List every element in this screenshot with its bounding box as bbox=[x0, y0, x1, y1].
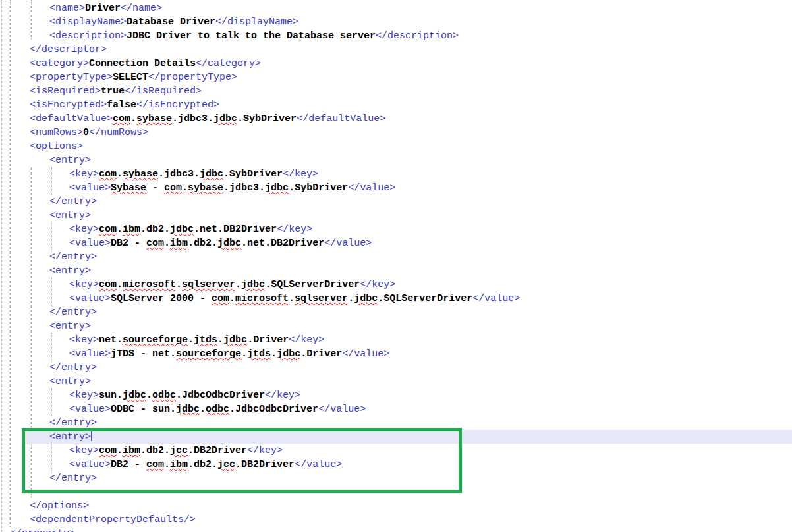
xml-tag: </entry> bbox=[49, 362, 97, 373]
misspelled-word: com bbox=[99, 169, 117, 180]
code-line[interactable]: <entry> bbox=[0, 430, 792, 444]
xml-tag: </key> bbox=[360, 279, 395, 290]
code-line[interactable]: <name>Driver</name> bbox=[0, 1, 792, 15]
code-line[interactable]: <dependentPropertyDefaults/> bbox=[0, 513, 792, 527]
xml-text: . bbox=[200, 404, 206, 415]
xml-text: Database Driver bbox=[127, 16, 215, 28]
code-line[interactable]: <key>sun.jdbc.odbc.JdbcOdbcDriver</key> bbox=[0, 388, 792, 402]
xml-tag: <entry> bbox=[49, 431, 91, 442]
code-line[interactable]: <entry> bbox=[0, 264, 792, 278]
xml-text: .db2. bbox=[140, 445, 170, 456]
xml-tag: </entry> bbox=[49, 473, 97, 484]
xml-text: . bbox=[182, 182, 188, 194]
misspelled-word: microsoft bbox=[235, 293, 289, 304]
code-line[interactable]: <value>Sybase - com.sybase.jdbc3.jdbc.Sy… bbox=[0, 181, 792, 195]
code-line[interactable]: </entry> bbox=[0, 250, 792, 264]
code-line[interactable]: <category>Connection Details</category> bbox=[0, 57, 792, 70]
misspelled-word: sybase bbox=[188, 182, 223, 194]
xml-text: . bbox=[146, 390, 152, 401]
misspelled-word: com bbox=[99, 224, 117, 235]
xml-editor[interactable]: <name>Driver</name><displayName>Database… bbox=[0, 0, 792, 532]
xml-tag: </key> bbox=[277, 224, 312, 235]
code-line[interactable]: </entry> bbox=[0, 416, 792, 430]
code-line[interactable] bbox=[0, 485, 792, 499]
code-line[interactable]: <key>net.sourceforge.jtds.jdbc.Driver</k… bbox=[0, 333, 792, 347]
misspelled-word: microsoft bbox=[123, 279, 176, 290]
code-line[interactable]: </entry> bbox=[0, 306, 792, 319]
xml-tag: </descriptor> bbox=[30, 44, 107, 55]
xml-text: .Driver bbox=[247, 334, 289, 346]
xml-tag: <key> bbox=[69, 224, 99, 235]
xml-tag: <key> bbox=[69, 445, 99, 456]
xml-tag: </displayName> bbox=[215, 16, 298, 28]
misspelled-word: sybase bbox=[123, 169, 158, 180]
code-line[interactable]: <value>DB2 - com.ibm.db2.jdbc.net.DB2Dri… bbox=[0, 236, 792, 250]
xml-tag: </entry> bbox=[49, 196, 97, 207]
xml-text: . bbox=[164, 459, 170, 470]
xml-tag: <value> bbox=[69, 459, 111, 470]
code-line[interactable]: <options> bbox=[0, 140, 792, 153]
xml-text: . bbox=[176, 279, 182, 290]
xml-tag: </key> bbox=[283, 169, 318, 180]
misspelled-word: sybase bbox=[136, 113, 172, 124]
xml-tag: <key> bbox=[69, 169, 99, 180]
code-line[interactable]: <value>SQLServer 2000 - com.microsoft.sq… bbox=[0, 292, 792, 306]
code-line[interactable]: <value>jTDS - net.sourceforge.jtds.jdbc.… bbox=[0, 347, 792, 361]
misspelled-word: com bbox=[212, 293, 229, 304]
code-area[interactable]: <name>Driver</name><displayName>Database… bbox=[0, 1, 792, 532]
code-line[interactable]: <defaultValue>com.sybase.jdbc3.jdbc.SybD… bbox=[0, 112, 792, 126]
code-line[interactable]: <entry> bbox=[0, 153, 792, 167]
xml-tag: </name> bbox=[121, 3, 162, 14]
xml-text: JDBC Driver to talk to the Database serv… bbox=[127, 30, 376, 41]
code-line[interactable]: <entry> bbox=[0, 375, 792, 388]
misspelled-word: jdbc bbox=[200, 169, 223, 180]
code-line[interactable]: <isRequired>true</isRequired> bbox=[0, 84, 792, 98]
xml-tag: </key> bbox=[265, 390, 300, 401]
text-cursor bbox=[91, 431, 92, 441]
code-line[interactable]: </options> bbox=[0, 499, 792, 513]
xml-tag: <entry> bbox=[49, 155, 91, 166]
code-line[interactable]: <key>com.ibm.db2.jdbc.net.DB2Driver</key… bbox=[0, 223, 792, 236]
xml-tag: </property> bbox=[10, 528, 75, 532]
code-line[interactable]: <entry> bbox=[0, 319, 792, 333]
code-line[interactable]: <entry> bbox=[0, 209, 792, 223]
code-line[interactable]: </descriptor> bbox=[0, 43, 792, 57]
xml-text: .SQLServerDriver bbox=[378, 293, 472, 304]
xml-tag: <value> bbox=[69, 238, 111, 249]
xml-text: true bbox=[101, 86, 125, 97]
code-line[interactable]: <key>com.sybase.jdbc3.jdbc.SybDriver</ke… bbox=[0, 167, 792, 181]
misspelled-word: com bbox=[113, 113, 130, 124]
code-line[interactable]: <key>com.microsoft.sqlserver.jdbc.SQLSer… bbox=[0, 278, 792, 292]
misspelled-word: ibm bbox=[170, 238, 188, 249]
xml-tag: </entry> bbox=[49, 417, 97, 429]
xml-tag: </value> bbox=[342, 348, 389, 359]
xml-tag: <key> bbox=[69, 334, 99, 346]
code-line[interactable]: </property> bbox=[0, 527, 792, 532]
xml-tag: </propertyType> bbox=[148, 72, 237, 83]
code-line[interactable]: </entry> bbox=[0, 195, 792, 209]
xml-tag: <numRows> bbox=[30, 127, 83, 138]
xml-text: . bbox=[117, 169, 123, 180]
xml-text: net. bbox=[99, 334, 123, 346]
xml-text: . bbox=[271, 348, 277, 359]
xml-text: - bbox=[146, 182, 164, 194]
code-line[interactable]: <numRows>0</numRows> bbox=[0, 126, 792, 140]
code-line[interactable]: <propertyType>SELECT</propertyType> bbox=[0, 70, 792, 84]
code-line[interactable]: <isEncrypted>false</isEncrypted> bbox=[0, 98, 792, 112]
misspelled-word: jcc bbox=[217, 459, 235, 470]
xml-tag: <value> bbox=[69, 293, 111, 304]
code-line[interactable]: <key>com.ibm.db2.jcc.DB2Driver</key> bbox=[0, 444, 792, 458]
code-line[interactable]: </entry> bbox=[0, 361, 792, 375]
misspelled-word: com bbox=[146, 238, 164, 249]
code-line[interactable]: <description>JDBC Driver to talk to the … bbox=[0, 29, 792, 43]
code-line[interactable]: <value>ODBC - sun.jdbc.odbc.JdbcOdbcDriv… bbox=[0, 402, 792, 416]
xml-text: .SQLServerDriver bbox=[265, 279, 360, 290]
xml-tag: <key> bbox=[69, 390, 99, 401]
code-line[interactable]: <value>DB2 - com.ibm.db2.jcc.DB2Driver</… bbox=[0, 458, 792, 471]
misspelled-word: sqlserver bbox=[182, 279, 235, 290]
code-line[interactable]: <displayName>Database Driver</displayNam… bbox=[0, 15, 792, 29]
xml-tag: </value> bbox=[324, 238, 372, 249]
xml-tag: </defaultValue> bbox=[297, 113, 385, 124]
code-line[interactable]: </entry> bbox=[0, 471, 792, 485]
xml-text: . bbox=[289, 293, 295, 304]
